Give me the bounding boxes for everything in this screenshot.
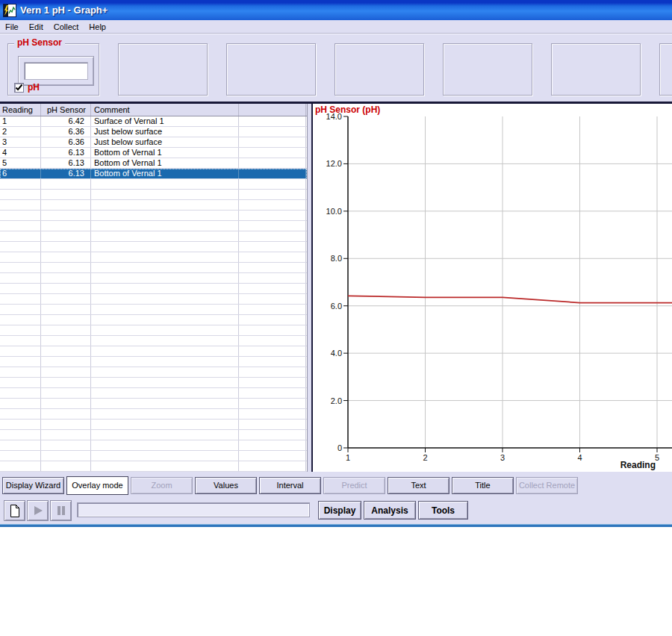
table-cell[interactable] bbox=[239, 200, 306, 210]
column-header-ph-sensor[interactable]: pH Sensor bbox=[41, 104, 91, 116]
table-cell[interactable] bbox=[91, 263, 239, 272]
table-cell[interactable] bbox=[41, 336, 91, 346]
table-cell[interactable] bbox=[239, 284, 306, 293]
table-cell[interactable] bbox=[239, 305, 306, 314]
table-cell[interactable] bbox=[239, 242, 306, 252]
table-cell[interactable]: 3 bbox=[0, 137, 41, 147]
table-cell[interactable] bbox=[41, 420, 91, 429]
tools-menu-button[interactable]: Tools bbox=[418, 501, 468, 520]
table-row-empty[interactable] bbox=[0, 211, 307, 221]
table-row[interactable]: 46.13Bottom of Vernal 1 bbox=[0, 148, 307, 158]
status-field[interactable] bbox=[77, 502, 310, 517]
table-cell[interactable] bbox=[41, 325, 91, 335]
table-row-empty[interactable] bbox=[0, 305, 307, 315]
table-cell[interactable] bbox=[239, 273, 306, 283]
table-cell[interactable] bbox=[41, 346, 91, 356]
table-cell[interactable]: 4 bbox=[0, 148, 41, 158]
table-row-empty[interactable] bbox=[0, 294, 307, 305]
table-cell[interactable]: Just below surface bbox=[91, 137, 239, 147]
table-cell[interactable] bbox=[0, 378, 41, 387]
table-cell[interactable] bbox=[0, 200, 41, 210]
table-cell[interactable] bbox=[41, 211, 91, 220]
table-cell[interactable] bbox=[91, 284, 239, 293]
table-row-empty[interactable] bbox=[0, 263, 307, 273]
table-cell[interactable] bbox=[239, 263, 306, 272]
table-cell[interactable] bbox=[0, 294, 41, 304]
table-cell[interactable] bbox=[0, 451, 41, 461]
table-cell[interactable] bbox=[41, 221, 91, 231]
table-cell[interactable] bbox=[239, 221, 306, 231]
column-header-comment[interactable]: Comment bbox=[91, 104, 239, 116]
table-cell[interactable]: 6.13 bbox=[41, 169, 91, 178]
table-cell[interactable] bbox=[91, 242, 239, 252]
table-cell[interactable] bbox=[91, 451, 239, 461]
new-document-button[interactable] bbox=[4, 500, 25, 521]
table-cell[interactable] bbox=[0, 409, 41, 419]
table-cell[interactable] bbox=[41, 461, 91, 471]
table-cell[interactable] bbox=[91, 399, 239, 408]
table-row-empty[interactable] bbox=[0, 231, 307, 242]
menu-item-collect[interactable]: Collect bbox=[49, 21, 84, 33]
table-row-empty[interactable] bbox=[0, 242, 307, 252]
table-cell[interactable] bbox=[91, 305, 239, 314]
interval-button[interactable]: Interval bbox=[259, 477, 321, 494]
table-cell[interactable] bbox=[91, 252, 239, 262]
table-cell[interactable]: Bottom of Vernal 1 bbox=[91, 148, 239, 158]
table-cell[interactable]: 6.13 bbox=[41, 148, 91, 158]
table-cell[interactable]: Just below surface bbox=[91, 127, 239, 137]
table-cell[interactable] bbox=[91, 294, 239, 304]
table-cell[interactable]: Bottom of Vernal 1 bbox=[91, 169, 239, 178]
menu-item-file[interactable]: File bbox=[0, 21, 24, 33]
table-cell[interactable] bbox=[91, 200, 239, 210]
column-header-reading[interactable]: Reading bbox=[0, 104, 41, 116]
table-row-empty[interactable] bbox=[0, 399, 307, 409]
table-cell[interactable] bbox=[41, 315, 91, 325]
menu-item-edit[interactable]: Edit bbox=[24, 21, 49, 33]
table-cell[interactable] bbox=[41, 284, 91, 293]
table-cell[interactable] bbox=[0, 461, 41, 471]
table-cell[interactable] bbox=[239, 190, 306, 199]
table-cell[interactable] bbox=[0, 179, 41, 189]
table-cell[interactable] bbox=[239, 231, 306, 241]
table-cell[interactable] bbox=[91, 221, 239, 231]
table-cell[interactable] bbox=[91, 315, 239, 325]
table-cell[interactable] bbox=[91, 378, 239, 387]
ph-checkbox[interactable] bbox=[14, 83, 24, 93]
table-cell[interactable] bbox=[0, 231, 41, 241]
table-cell[interactable] bbox=[239, 252, 306, 262]
table-cell[interactable] bbox=[239, 461, 306, 471]
table-cell[interactable] bbox=[91, 409, 239, 419]
table-cell[interactable]: 6 bbox=[0, 169, 41, 178]
table-cell[interactable] bbox=[239, 325, 306, 335]
table-cell[interactable] bbox=[0, 346, 41, 356]
table-row-empty[interactable] bbox=[0, 440, 307, 451]
display-menu-button[interactable]: Display bbox=[318, 501, 361, 520]
table-cell[interactable] bbox=[91, 367, 239, 377]
table-cell[interactable] bbox=[0, 388, 41, 398]
table-cell[interactable] bbox=[41, 273, 91, 283]
table-cell[interactable] bbox=[91, 231, 239, 241]
table-row[interactable]: 66.13Bottom of Vernal 1 bbox=[0, 169, 307, 179]
table-row[interactable]: 26.36Just below surface bbox=[0, 127, 307, 137]
analysis-menu-button[interactable]: Analysis bbox=[364, 501, 416, 520]
table-cell[interactable] bbox=[239, 169, 306, 178]
table-cell[interactable] bbox=[0, 252, 41, 262]
table-cell[interactable] bbox=[239, 388, 306, 398]
table-cell[interactable] bbox=[91, 420, 239, 429]
table-cell[interactable] bbox=[91, 190, 239, 199]
table-cell[interactable] bbox=[41, 263, 91, 272]
table-cell[interactable] bbox=[41, 409, 91, 419]
table-cell[interactable] bbox=[41, 231, 91, 241]
table-cell[interactable] bbox=[91, 440, 239, 450]
table-cell[interactable] bbox=[91, 357, 239, 367]
table-cell[interactable] bbox=[239, 420, 306, 429]
table-row-empty[interactable] bbox=[0, 409, 307, 420]
table-cell[interactable] bbox=[91, 179, 239, 189]
table-cell[interactable] bbox=[41, 252, 91, 262]
table-cell[interactable] bbox=[41, 367, 91, 377]
table-cell[interactable] bbox=[41, 430, 91, 440]
table-cell[interactable] bbox=[91, 325, 239, 335]
graph-pane[interactable]: 02.04.06.08.010.012.014.012345Reading pH… bbox=[311, 104, 672, 472]
table-cell[interactable]: Surface of Vernal 1 bbox=[91, 116, 239, 126]
table-cell[interactable]: 5 bbox=[0, 158, 41, 168]
